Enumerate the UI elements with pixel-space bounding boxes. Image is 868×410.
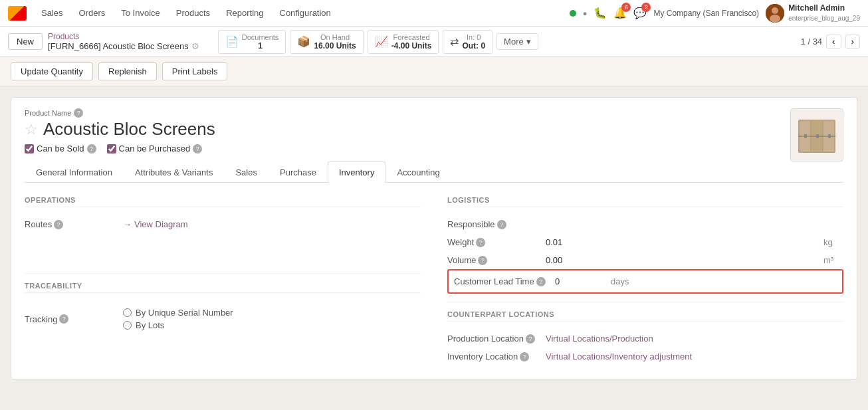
tracking-options: By Unique Serial Number By Lots bbox=[123, 305, 233, 333]
tracking-lots[interactable]: By Lots bbox=[123, 320, 233, 330]
help-icon-sold[interactable]: ? bbox=[87, 144, 96, 154]
help-icon-tracking[interactable]: ? bbox=[59, 314, 68, 324]
breadcrumb: Products [FURN_6666] Acoustic Bloc Scree… bbox=[48, 32, 199, 51]
top-navigation: Sales Orders To Invoice Products Reporti… bbox=[0, 0, 868, 27]
production-location-value[interactable]: Virtual Locations/Production bbox=[546, 334, 653, 344]
arrow-right-icon: → bbox=[123, 219, 132, 229]
new-button[interactable]: New bbox=[8, 33, 43, 50]
counterpart-section-title: COUNTERPART LOCATIONS bbox=[447, 310, 843, 322]
more-button[interactable]: More ▾ bbox=[496, 33, 538, 50]
breadcrumb-parent[interactable]: Products bbox=[48, 32, 199, 41]
can-be-purchased-checkbox[interactable]: Can be Purchased ? bbox=[107, 144, 203, 154]
operations-section-title: OPERATIONS bbox=[25, 196, 421, 207]
traceability-section-title: TRACEABILITY bbox=[25, 282, 421, 293]
tabs: General Information Attributes & Variant… bbox=[25, 161, 843, 183]
tracking-label: Tracking ? bbox=[25, 314, 118, 324]
pager-prev[interactable]: ‹ bbox=[826, 35, 841, 49]
transfer-icon: ⇄ bbox=[450, 35, 459, 48]
pager-next[interactable]: › bbox=[845, 35, 860, 49]
on-hand-button[interactable]: 📦 On Hand 16.00 Units bbox=[290, 30, 363, 54]
help-icon-responsible[interactable]: ? bbox=[497, 220, 506, 229]
tracking-row: Tracking ? By Unique Serial Number By Lo… bbox=[25, 301, 421, 337]
forecasted-value: -4.00 Units bbox=[391, 41, 432, 51]
breadcrumb-current: [FURN_6666] Acoustic Bloc Screens ⚙ bbox=[48, 41, 199, 51]
pager: 1 / 34 ‹ › bbox=[801, 35, 860, 49]
nav-reporting[interactable]: Reporting bbox=[219, 5, 270, 21]
bug-icon[interactable]: 🐛 bbox=[594, 7, 607, 19]
user-details: Mitchell Admin enterprise_blog_aug_29 bbox=[788, 3, 860, 23]
help-icon-name[interactable]: ? bbox=[74, 108, 83, 118]
replenish-button[interactable]: Replenish bbox=[98, 62, 157, 80]
odoo-logo bbox=[8, 6, 27, 21]
out-label: Out: 0 bbox=[462, 41, 485, 51]
view-diagram-link[interactable]: → View Diagram bbox=[123, 219, 188, 229]
favorite-star[interactable]: ☆ bbox=[25, 121, 38, 138]
forecasted-icon: 📈 bbox=[375, 35, 388, 48]
tab-sales[interactable]: Sales bbox=[224, 161, 269, 183]
action-bar: New Products [FURN_6666] Acoustic Bloc S… bbox=[0, 27, 868, 57]
weight-label: Weight ? bbox=[447, 237, 540, 247]
product-checkboxes: Can be Sold ? Can be Purchased ? bbox=[25, 144, 843, 154]
logistics-section-title: LOGISTICS bbox=[447, 196, 843, 207]
update-quantity-button[interactable]: Update Quantity bbox=[11, 62, 93, 80]
product-image[interactable] bbox=[790, 108, 843, 161]
production-location-row: Production Location ? Virtual Locations/… bbox=[447, 330, 843, 348]
form-card: Product Name ? ☆ Acoustic Bloc Screens C… bbox=[11, 97, 857, 379]
user-name: Mitchell Admin bbox=[788, 3, 860, 14]
can-be-sold-checkbox[interactable]: Can be Sold ? bbox=[25, 144, 96, 154]
in-label: In: 0 bbox=[462, 33, 485, 41]
nav-products[interactable]: Products bbox=[169, 5, 217, 21]
tracking-serial[interactable]: By Unique Serial Number bbox=[123, 308, 233, 318]
svg-point-2 bbox=[770, 15, 780, 23]
forecasted-button[interactable]: 📈 Forecasted -4.00 Units bbox=[368, 30, 439, 54]
help-icon-routes[interactable]: ? bbox=[54, 220, 63, 229]
tab-attributes[interactable]: Attributes & Variants bbox=[124, 161, 225, 183]
weight-unit: kg bbox=[823, 237, 843, 247]
help-icon-lead-time[interactable]: ? bbox=[536, 277, 546, 286]
help-icon-volume[interactable]: ? bbox=[478, 256, 487, 265]
tab-accounting[interactable]: Accounting bbox=[385, 161, 451, 183]
documents-count: 1 bbox=[242, 41, 279, 51]
nav-configuration[interactable]: Configuration bbox=[273, 5, 338, 21]
svg-point-1 bbox=[772, 7, 778, 14]
forecasted-label: Forecasted bbox=[391, 33, 432, 41]
print-labels-button[interactable]: Print Labels bbox=[162, 62, 228, 80]
volume-unit: m³ bbox=[823, 255, 843, 265]
tab-purchase[interactable]: Purchase bbox=[269, 161, 328, 183]
inventory-location-value[interactable]: Virtual Locations/Inventory adjustment bbox=[546, 352, 692, 361]
chat-icon[interactable]: 💬 2 bbox=[633, 7, 647, 19]
main-content: Product Name ? ☆ Acoustic Bloc Screens C… bbox=[0, 86, 868, 410]
help-icon-production[interactable]: ? bbox=[526, 334, 535, 344]
inventory-location-row: Inventory Location ? Virtual Locations/I… bbox=[447, 348, 843, 365]
lead-time-input[interactable] bbox=[552, 274, 605, 288]
weight-value: 0.01 bbox=[546, 237, 818, 247]
nav-right-section: ● 🐛 🔔 6 💬 2 My Company (San Francisco) M… bbox=[570, 3, 860, 23]
user-info[interactable]: Mitchell Admin enterprise_blog_aug_29 bbox=[766, 3, 860, 23]
company-name: My Company (San Francisco) bbox=[653, 9, 759, 18]
help-icon-weight[interactable]: ? bbox=[476, 238, 485, 247]
inventory-location-label: Inventory Location ? bbox=[447, 352, 540, 361]
volume-value: 0.00 bbox=[546, 255, 818, 265]
routes-label: Routes ? bbox=[25, 219, 118, 229]
product-title-row: ☆ Acoustic Bloc Screens bbox=[25, 119, 843, 140]
svg-rect-10 bbox=[816, 134, 819, 138]
on-hand-icon: 📦 bbox=[297, 35, 310, 48]
settings-icon[interactable]: ⚙ bbox=[191, 41, 199, 51]
svg-rect-9 bbox=[804, 134, 807, 138]
tab-inventory[interactable]: Inventory bbox=[328, 161, 385, 183]
tab-general[interactable]: General Information bbox=[25, 161, 124, 183]
production-location-label: Production Location ? bbox=[447, 334, 540, 344]
help-icon-inventory-loc[interactable]: ? bbox=[520, 352, 529, 361]
volume-row: Volume ? 0.00 m³ bbox=[447, 251, 843, 269]
chat-badge: 2 bbox=[641, 3, 651, 12]
nav-sales[interactable]: Sales bbox=[35, 5, 70, 21]
bell-badge: 6 bbox=[621, 3, 631, 12]
in-out-button[interactable]: ⇄ In: 0 Out: 0 bbox=[443, 30, 492, 54]
toolbar: Update Quantity Replenish Print Labels bbox=[0, 57, 868, 86]
help-icon-purchased[interactable]: ? bbox=[193, 144, 202, 154]
stat-buttons: 📄 Documents 1 📦 On Hand 16.00 Units 📈 Fo… bbox=[218, 30, 538, 54]
nav-to-invoice[interactable]: To Invoice bbox=[114, 5, 167, 21]
bell-icon[interactable]: 🔔 6 bbox=[613, 7, 627, 19]
nav-orders[interactable]: Orders bbox=[72, 5, 112, 21]
documents-button[interactable]: 📄 Documents 1 bbox=[218, 30, 286, 54]
